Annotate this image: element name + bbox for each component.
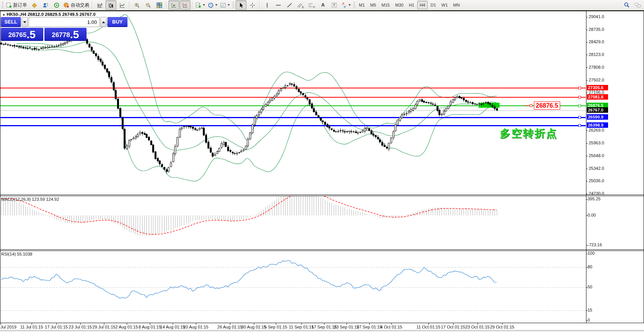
toolbar-grip[interactable] (2, 2, 3, 8)
timeframe-button-MN[interactable]: MN (451, 1, 462, 9)
text-tool-icon: A (321, 2, 325, 8)
chat-button[interactable] (632, 0, 643, 10)
mt4-window: 新订单 自动交易 (0, 0, 644, 332)
arrows-icon (341, 2, 347, 8)
buy-price-display[interactable]: 26778 .5 (44, 28, 87, 41)
rsi-indicator-label: RSI(14) 55.1038 (1, 252, 32, 256)
zoom-out-button[interactable] (143, 0, 153, 10)
chart-canvas[interactable] (0, 0, 644, 332)
text-label-tool-button[interactable]: T (329, 0, 340, 10)
crosshair-icon (250, 2, 255, 8)
dropdown-caret-icon (203, 4, 205, 6)
zoom-in-icon (134, 2, 140, 8)
timeframe-button-M15[interactable]: M15 (379, 1, 392, 9)
chart-ohlc-values: 26812.0 26829.5 26749.5 26767.0 (27, 12, 95, 17)
buy-price-main: 26778 (52, 30, 70, 40)
zoom-in-button[interactable] (131, 0, 142, 10)
turning-point-annotation[interactable]: 多空转折点 (500, 127, 558, 141)
timeframe-button-D1[interactable]: D1 (428, 1, 438, 9)
sell-button[interactable]: SELL (1, 17, 21, 27)
sell-price-display[interactable]: 26765 .5 (1, 28, 43, 41)
templates-button[interactable] (219, 0, 231, 10)
new-order-button[interactable]: 新订单 (5, 0, 28, 10)
auto-scroll-button[interactable] (168, 0, 179, 10)
volume-increase-button[interactable] (100, 17, 107, 27)
chart-shift-icon (182, 2, 188, 8)
trendline-icon (287, 2, 292, 8)
chart-symbol-period: HK50-,H4 (7, 12, 26, 17)
fibonacci-tool-button[interactable]: F (306, 0, 317, 10)
chat-icon (634, 2, 641, 8)
volume-decrease-button[interactable] (22, 17, 28, 27)
vertical-line-tool-button[interactable] (262, 0, 272, 10)
line-chart-button[interactable] (117, 0, 127, 10)
channel-icon (297, 2, 302, 8)
toolbar: 新订单 自动交易 (0, 0, 644, 10)
crosshair-button[interactable] (247, 0, 258, 10)
trendline-tool-button[interactable] (284, 0, 295, 10)
periods-icon (208, 2, 214, 8)
equidistant-channel-tool-button[interactable]: E (295, 0, 306, 10)
chart-title: ▲ HK50-,H4 26812.0 26829.5 26749.5 26767… (2, 12, 95, 17)
timeframe-button-H4[interactable]: H4 (417, 1, 427, 9)
timeframe-button-M30[interactable]: M30 (393, 1, 406, 9)
arrow-up-icon (102, 21, 105, 23)
timeframe-button-M1[interactable]: M1 (357, 1, 367, 9)
cursor-button[interactable] (236, 0, 246, 10)
chart-shift-button[interactable] (180, 0, 190, 10)
volume-input[interactable] (29, 17, 100, 27)
tile-windows-button[interactable] (154, 0, 165, 10)
tile-windows-icon (156, 2, 162, 8)
accounts-icon (42, 2, 48, 8)
dropdown-caret-icon (348, 4, 351, 6)
cursor-icon (238, 2, 244, 8)
channel-e-glyph: E (302, 5, 304, 9)
timeframe-button-M5[interactable]: M5 (368, 1, 378, 9)
candlestick-chart-icon (108, 2, 114, 8)
sell-price-fraction: .5 (27, 30, 36, 40)
timeframe-button-H1[interactable]: H1 (406, 1, 416, 9)
text-tool-button[interactable]: A (318, 0, 328, 10)
zoom-out-icon (145, 2, 151, 8)
line-chart-icon (119, 2, 125, 8)
toolbar-grip[interactable] (353, 2, 355, 8)
market-watch-button[interactable] (29, 0, 39, 10)
timeframe-button-W1[interactable]: W1 (439, 1, 450, 9)
autotrading-label: 自动交易 (71, 2, 89, 8)
fibonacci-f-glyph: F (313, 5, 315, 9)
candlestick-chart-button[interactable] (105, 0, 116, 10)
search-button[interactable] (621, 0, 632, 10)
arrow-down-icon (23, 21, 26, 23)
one-click-trading-panel: SELL BUY 26765 .5 26778 .5 (1, 17, 87, 41)
accounts-button[interactable] (40, 0, 51, 10)
indicators-button[interactable] (194, 0, 206, 10)
arrows-tool-button[interactable] (340, 0, 352, 10)
search-icon (624, 2, 630, 8)
separator (192, 1, 193, 9)
buy-button[interactable]: BUY (107, 17, 127, 27)
vertical-line-icon (264, 2, 270, 8)
macd-indicator-label: MACD(12,26,9) 123.59 124.92 (1, 197, 59, 202)
timeframe-group: M1M5M15M30H1H4D1W1MN (357, 1, 462, 9)
price-callout-annotation[interactable]: 26876.5 (534, 102, 560, 110)
separator (259, 1, 260, 9)
signals-button[interactable] (51, 0, 62, 10)
separator (92, 1, 93, 9)
autotrading-icon (63, 2, 70, 8)
periods-button[interactable] (207, 0, 219, 10)
horizontal-line-tool-button[interactable] (273, 0, 284, 10)
bar-chart-button[interactable] (94, 0, 105, 10)
horizontal-line-icon (275, 2, 281, 8)
dropdown-caret-icon (228, 4, 230, 6)
autotrading-button[interactable]: 自动交易 (62, 0, 90, 10)
market-watch-icon (31, 2, 37, 8)
auto-scroll-icon (171, 2, 177, 8)
dropdown-caret-icon (215, 4, 217, 6)
toolbar-grip[interactable] (233, 2, 234, 8)
bar-chart-icon (97, 2, 103, 8)
new-order-label: 新订单 (13, 2, 27, 8)
buy-price-fraction: .5 (70, 30, 79, 40)
signals-icon (54, 2, 59, 8)
sell-price-main: 26765 (8, 30, 26, 40)
new-order-icon (6, 2, 12, 8)
